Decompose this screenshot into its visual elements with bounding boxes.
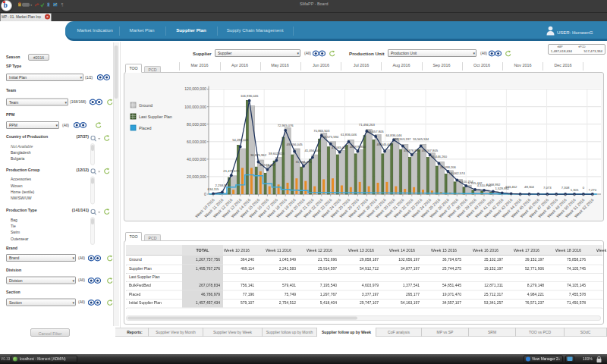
svg-text:49,056,045: 49,056,045 bbox=[287, 143, 304, 146]
svg-text:26,098,206: 26,098,206 bbox=[440, 165, 457, 169]
svg-text:65,657,805: 65,657,805 bbox=[368, 130, 385, 133]
svg-text:120,000,000: 120,000,000 bbox=[184, 86, 206, 91]
svg-text:7,073: 7,073 bbox=[543, 186, 552, 190]
svg-text:100,000,000: 100,000,000 bbox=[184, 105, 206, 109]
svg-text:Placed: Placed bbox=[139, 126, 151, 130]
svg-text:0: 0 bbox=[204, 192, 206, 196]
svg-text:54,288,028: 54,288,028 bbox=[232, 138, 249, 142]
svg-text:60,000,000: 60,000,000 bbox=[187, 140, 206, 144]
svg-text:41,056,045: 41,056,045 bbox=[304, 149, 321, 152]
svg-text:30,579,217: 30,579,217 bbox=[259, 163, 276, 167]
svg-text:633,462: 633,462 bbox=[505, 185, 517, 189]
svg-text:48,304: 48,304 bbox=[524, 185, 534, 189]
svg-text:21,479,679: 21,479,679 bbox=[223, 169, 240, 173]
svg-text:80,000,000: 80,000,000 bbox=[187, 122, 206, 127]
svg-text:46,007,805: 46,007,805 bbox=[422, 149, 439, 152]
svg-text:¶: ¶ bbox=[61, 3, 64, 7]
svg-text:61,836,046: 61,836,046 bbox=[341, 133, 357, 136]
svg-text:72,965,076: 72,965,076 bbox=[278, 124, 294, 127]
svg-text:70,865,503: 70,865,503 bbox=[313, 129, 330, 133]
svg-text:40,000,000: 40,000,000 bbox=[187, 157, 206, 162]
svg-text:2,259,974: 2,259,974 bbox=[215, 184, 230, 187]
svg-text:Ground: Ground bbox=[139, 103, 153, 108]
svg-text:47,065,617: 47,065,617 bbox=[332, 146, 348, 149]
svg-text:16,062,574: 16,062,574 bbox=[449, 171, 466, 175]
svg-text:55,565,534: 55,565,534 bbox=[413, 137, 429, 141]
svg-text:▾: ▾ bbox=[30, 4, 32, 7]
svg-text:38,602,615: 38,602,615 bbox=[269, 152, 285, 155]
svg-text:20,000,000: 20,000,000 bbox=[187, 174, 206, 179]
svg-text:36,825,962: 36,825,962 bbox=[250, 153, 267, 157]
svg-text:45,878,850: 45,878,850 bbox=[404, 149, 420, 152]
svg-text:634,115: 634,115 bbox=[208, 187, 219, 191]
svg-text:7,270: 7,270 bbox=[589, 188, 597, 192]
svg-text:31,988,295: 31,988,295 bbox=[296, 160, 313, 164]
svg-text:71,494,263: 71,494,263 bbox=[359, 123, 376, 127]
svg-text:7,308: 7,308 bbox=[561, 186, 570, 190]
svg-text:35,446,260: 35,446,260 bbox=[431, 155, 448, 158]
svg-text:56,575,594: 56,575,594 bbox=[322, 135, 339, 139]
svg-text:48,978,850: 48,978,850 bbox=[350, 145, 366, 149]
svg-text:106,936,046: 106,936,046 bbox=[241, 94, 259, 98]
svg-text:Last Supplier Plan: Last Supplier Plan bbox=[139, 115, 172, 119]
svg-text:1,305: 1,305 bbox=[571, 188, 579, 192]
svg-text:48,545,618: 48,545,618 bbox=[377, 143, 394, 146]
svg-text:55,163,197: 55,163,197 bbox=[395, 137, 411, 141]
